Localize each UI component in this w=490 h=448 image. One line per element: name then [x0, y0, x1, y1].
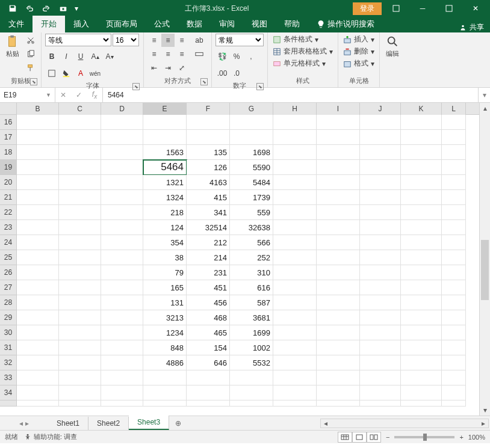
- cell[interactable]: [101, 370, 143, 385]
- cell[interactable]: [59, 205, 101, 220]
- cell[interactable]: [101, 265, 143, 280]
- save-icon[interactable]: [5, 1, 20, 16]
- cell[interactable]: 4163: [187, 175, 230, 190]
- cell[interactable]: 5464: [143, 160, 187, 175]
- format-painter-icon[interactable]: [24, 61, 37, 75]
- increase-font-icon[interactable]: A▴: [88, 50, 102, 63]
- dialog-launcher-icon[interactable]: ⬊: [200, 78, 208, 85]
- cell[interactable]: [101, 385, 143, 400]
- cell[interactable]: [401, 175, 442, 190]
- cell[interactable]: [317, 250, 360, 265]
- cell[interactable]: [59, 145, 101, 160]
- cell[interactable]: 566: [230, 235, 273, 250]
- cell[interactable]: [401, 370, 442, 385]
- cell[interactable]: [101, 340, 143, 355]
- row-header[interactable]: [0, 400, 17, 407]
- cell[interactable]: [59, 250, 101, 265]
- cell[interactable]: [360, 250, 401, 265]
- cell[interactable]: [401, 400, 442, 407]
- cell[interactable]: [442, 340, 466, 355]
- cell[interactable]: [360, 355, 401, 370]
- cell[interactable]: [17, 340, 59, 355]
- cell[interactable]: 154: [187, 340, 230, 355]
- sheet-tab[interactable]: Sheet2: [88, 417, 129, 430]
- cell[interactable]: [360, 370, 401, 385]
- cell[interactable]: [230, 385, 273, 400]
- row-header[interactable]: 33: [0, 370, 17, 385]
- cell[interactable]: [59, 235, 101, 250]
- font-name-select[interactable]: 等线: [45, 34, 111, 46]
- cell[interactable]: [17, 295, 59, 310]
- cell[interactable]: [401, 325, 442, 340]
- cell[interactable]: [273, 160, 317, 175]
- cell[interactable]: [317, 115, 360, 130]
- cell[interactable]: [101, 190, 143, 205]
- cell-styles-button[interactable]: 单元格样式 ▾: [271, 58, 334, 69]
- cell[interactable]: [101, 145, 143, 160]
- cell[interactable]: [273, 265, 317, 280]
- cell[interactable]: [101, 160, 143, 175]
- cell[interactable]: 848: [143, 340, 187, 355]
- cell[interactable]: [59, 310, 101, 325]
- new-sheet-icon[interactable]: ⊕: [169, 416, 187, 430]
- row-header[interactable]: 34: [0, 385, 17, 400]
- accounting-icon[interactable]: 💱: [216, 50, 229, 63]
- tab-help[interactable]: 帮助: [276, 16, 308, 32]
- cell[interactable]: 5532: [230, 355, 273, 370]
- cell[interactable]: [273, 220, 317, 235]
- cell[interactable]: 214: [187, 250, 230, 265]
- cell[interactable]: [401, 130, 442, 145]
- column-header[interactable]: J: [360, 103, 401, 115]
- cell[interactable]: 124: [143, 220, 187, 235]
- cell[interactable]: [143, 130, 187, 145]
- cell[interactable]: [360, 280, 401, 295]
- cell[interactable]: [360, 145, 401, 160]
- cell[interactable]: [101, 175, 143, 190]
- cell[interactable]: [273, 250, 317, 265]
- cell[interactable]: [59, 175, 101, 190]
- paste-button[interactable]: 粘贴: [4, 34, 22, 60]
- increase-decimal-icon[interactable]: .00: [216, 67, 229, 80]
- sheet-nav[interactable]: ◂ ▸: [0, 416, 48, 430]
- cell[interactable]: [317, 130, 360, 145]
- cell[interactable]: 3681: [230, 310, 273, 325]
- cell[interactable]: 1234: [143, 325, 187, 340]
- italic-button[interactable]: I: [60, 50, 73, 63]
- cell[interactable]: [442, 265, 466, 280]
- cell[interactable]: [360, 160, 401, 175]
- cell[interactable]: 468: [187, 310, 230, 325]
- cell[interactable]: [101, 295, 143, 310]
- cell[interactable]: [317, 145, 360, 160]
- cell[interactable]: [360, 175, 401, 190]
- cell[interactable]: [273, 280, 317, 295]
- cell[interactable]: [17, 310, 59, 325]
- cell[interactable]: [187, 370, 230, 385]
- cell[interactable]: [360, 205, 401, 220]
- select-all-corner[interactable]: [0, 103, 17, 115]
- cell[interactable]: [101, 115, 143, 130]
- cell[interactable]: 1739: [230, 190, 273, 205]
- cell[interactable]: [17, 400, 59, 407]
- cell[interactable]: 1002: [230, 340, 273, 355]
- cell[interactable]: 79: [143, 265, 187, 280]
- cell[interactable]: 32514: [187, 220, 230, 235]
- cell[interactable]: [360, 295, 401, 310]
- cell[interactable]: [59, 400, 101, 407]
- merge-icon[interactable]: [191, 48, 208, 61]
- vertical-scrollbar[interactable]: ▴ ▾: [479, 103, 490, 416]
- cell[interactable]: [101, 325, 143, 340]
- cell[interactable]: [187, 400, 230, 407]
- cell[interactable]: [360, 310, 401, 325]
- conditional-format-button[interactable]: 条件格式 ▾: [271, 34, 334, 45]
- login-button[interactable]: 登录: [353, 2, 382, 15]
- cell[interactable]: [360, 190, 401, 205]
- cell[interactable]: [17, 280, 59, 295]
- dialog-launcher-icon[interactable]: ⬊: [256, 83, 264, 90]
- tab-layout[interactable]: 页面布局: [98, 16, 146, 32]
- cell[interactable]: [360, 400, 401, 407]
- cell[interactable]: [442, 115, 466, 130]
- cell[interactable]: [273, 310, 317, 325]
- row-header[interactable]: 26: [0, 265, 17, 280]
- cell[interactable]: [360, 340, 401, 355]
- cell[interactable]: [442, 355, 466, 370]
